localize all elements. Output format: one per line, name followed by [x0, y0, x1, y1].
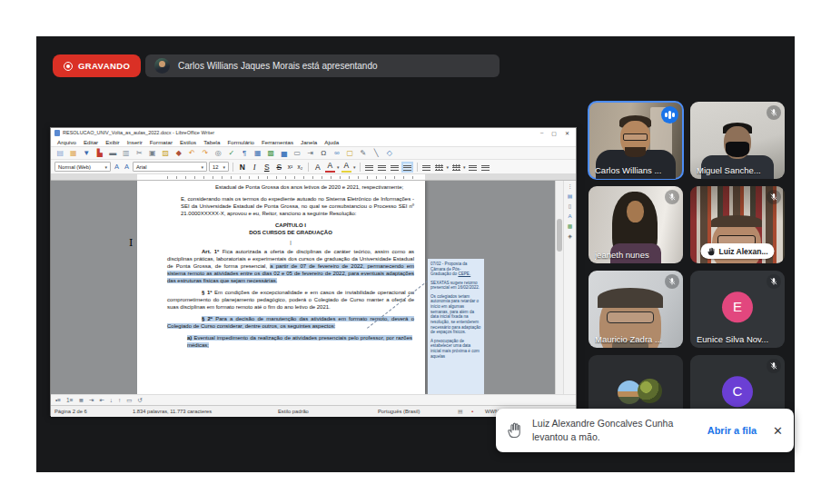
- italic-button[interactable]: I: [250, 161, 261, 173]
- minimize-button[interactable]: –: [540, 130, 543, 136]
- menu-bar: ArquivoEditarExibirInserirFormatarEstilo…: [51, 137, 576, 147]
- menu-item[interactable]: Formulário: [223, 139, 258, 145]
- menu-item[interactable]: Inserir: [124, 139, 146, 145]
- highlight-color-button[interactable]: A: [341, 161, 352, 173]
- ruler[interactable]: [51, 174, 576, 181]
- menu-item[interactable]: Formatar: [146, 139, 176, 145]
- hyperlink-icon[interactable]: ∞: [331, 147, 344, 159]
- status-word-count[interactable]: 1.834 palavras, 11.773 caracteres: [133, 409, 212, 414]
- clear-formatting-button[interactable]: A: [312, 161, 323, 173]
- participant-tile-miguel[interactable]: Miguel Sanche...: [690, 102, 785, 179]
- menu-item[interactable]: Ferramentas: [258, 139, 297, 145]
- demote-icon[interactable]: ⇥: [89, 397, 94, 404]
- open-icon[interactable]: ▦: [67, 147, 81, 159]
- bold-button[interactable]: N: [237, 161, 248, 173]
- mic-off-icon: [767, 105, 781, 120]
- insert-chart-icon[interactable]: ▅: [278, 147, 292, 159]
- undo-icon[interactable]: ↶: [185, 147, 199, 159]
- underline-button[interactable]: S: [262, 161, 272, 173]
- special-character-icon[interactable]: Ω: [317, 147, 331, 159]
- outline-list-icon[interactable]: ≣: [79, 397, 84, 404]
- insert-table-icon[interactable]: ▦: [252, 147, 265, 159]
- redo-icon[interactable]: ↷: [199, 147, 213, 159]
- print-preview-icon[interactable]: ▥: [120, 147, 134, 159]
- sidebar-menu-icon[interactable]: ⋮: [568, 183, 573, 190]
- justify-icon[interactable]: [403, 163, 411, 171]
- restart-numbering-icon[interactable]: ↺: [138, 397, 143, 404]
- page-break-icon[interactable]: ⇥: [304, 147, 318, 159]
- gallery-panel-icon[interactable]: ▩: [568, 223, 573, 230]
- superscript-button[interactable]: x²: [286, 161, 294, 173]
- unordered-list-icon[interactable]: •≡: [55, 397, 61, 403]
- font-size-select[interactable]: 12▾: [209, 162, 229, 172]
- ordered-list-icon[interactable]: 1≡: [66, 397, 73, 403]
- align-right-icon[interactable]: [391, 163, 399, 171]
- numbered-list-icon[interactable]: [452, 163, 460, 171]
- insert-textbox-icon[interactable]: ▭: [291, 147, 304, 159]
- insert-image-icon[interactable]: ▩: [264, 147, 278, 159]
- promote-icon[interactable]: ⇤: [99, 397, 104, 404]
- comment-paragraph: Os colegiados teriam autonomia para reta…: [430, 294, 481, 336]
- status-page-style[interactable]: Estilo padrão: [278, 409, 309, 414]
- update-style-icon[interactable]: A: [123, 163, 131, 171]
- new-style-icon[interactable]: A: [113, 163, 121, 171]
- align-center-icon[interactable]: [378, 163, 386, 171]
- subscript-button[interactable]: x₂: [296, 161, 304, 173]
- participant-tile-luiz[interactable]: Luiz Alexan...: [690, 186, 785, 263]
- new-document-icon[interactable]: ▤: [54, 147, 67, 159]
- menu-item[interactable]: Exibir: [102, 139, 123, 145]
- participant-tile-carlos[interactable]: Carlos Willians ...: [589, 102, 683, 179]
- export-pdf-icon[interactable]: ▙: [94, 147, 107, 159]
- menu-item[interactable]: Janela: [297, 139, 321, 145]
- line-icon[interactable]: ╲: [370, 147, 383, 159]
- participant-tile-eunice[interactable]: E Eunice Silva Nov...: [690, 271, 785, 348]
- font-color-button[interactable]: A: [325, 161, 336, 173]
- paragraph-style-select[interactable]: Normal (Web)▾: [54, 162, 111, 172]
- status-page-count[interactable]: Página 2 de 6: [54, 409, 87, 414]
- status-language[interactable]: Português (Brasil): [378, 409, 420, 414]
- navigator-panel-icon[interactable]: ◈: [568, 233, 572, 240]
- document-area[interactable]: Estadual de Ponta Grossa dos anos letivo…: [51, 181, 576, 394]
- copy-icon[interactable]: ▣: [146, 147, 160, 159]
- menu-item[interactable]: Arquivo: [54, 139, 80, 145]
- menu-item[interactable]: Editar: [80, 139, 102, 145]
- menu-item[interactable]: Ajuda: [321, 139, 342, 145]
- no-list-icon[interactable]: ▭: [126, 397, 132, 404]
- basic-shapes-icon[interactable]: ◇: [383, 147, 397, 159]
- close-toast-button[interactable]: ✕: [773, 424, 783, 438]
- bullet-list-icon[interactable]: [435, 163, 443, 171]
- person-head: [627, 201, 644, 222]
- indent-less-icon[interactable]: [481, 163, 490, 171]
- font-name-select[interactable]: Arial▾: [133, 162, 207, 172]
- participant-tile-jeaneth[interactable]: jeaneth nunes: [589, 186, 683, 263]
- page-panel-icon[interactable]: ▯: [569, 203, 571, 210]
- print-icon[interactable]: ▬: [106, 147, 120, 159]
- styles-panel-icon[interactable]: A: [568, 213, 571, 220]
- open-queue-button[interactable]: Abrir a fila: [707, 425, 757, 436]
- paste-icon[interactable]: ▨: [159, 147, 173, 159]
- comment-icon[interactable]: ▢: [343, 147, 357, 159]
- cut-icon[interactable]: ✂: [133, 147, 146, 159]
- move-up-icon[interactable]: ↑: [118, 397, 121, 403]
- formatting-marks-icon[interactable]: ¶: [238, 147, 252, 159]
- track-changes-icon[interactable]: ✎: [357, 147, 371, 159]
- indent-more-icon[interactable]: [469, 163, 477, 171]
- participant-tile-mauricio[interactable]: Mauricio Zadra ...: [589, 271, 683, 348]
- clone-formatting-icon[interactable]: ◆: [173, 147, 186, 159]
- maximize-button[interactable]: ▢: [551, 130, 557, 136]
- scrollbar-thumb[interactable]: [557, 219, 562, 252]
- save-icon[interactable]: ▼: [80, 147, 94, 159]
- move-down-icon[interactable]: ↓: [110, 397, 113, 403]
- menu-item[interactable]: Tabela: [200, 139, 223, 145]
- find-replace-icon[interactable]: ◎: [212, 147, 225, 159]
- close-button[interactable]: ✕: [565, 130, 569, 136]
- line-spacing-icon[interactable]: [422, 163, 430, 171]
- vertical-scrollbar[interactable]: [555, 181, 563, 394]
- strikethrough-button[interactable]: S: [274, 161, 285, 173]
- menu-item[interactable]: Estilos: [176, 139, 200, 145]
- properties-panel-icon[interactable]: ▤: [568, 193, 573, 200]
- comment-box[interactable]: 07/02 - Proposta da Câmara de Pós-Gradua…: [428, 259, 484, 394]
- document-page[interactable]: Estadual de Ponta Grossa dos anos letivo…: [137, 181, 425, 394]
- align-left-icon[interactable]: [365, 163, 373, 171]
- spellcheck-icon[interactable]: ✓: [225, 147, 239, 159]
